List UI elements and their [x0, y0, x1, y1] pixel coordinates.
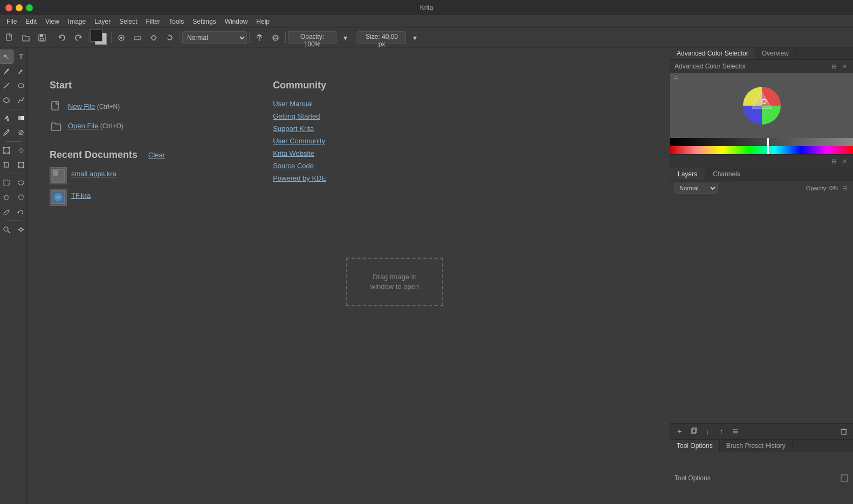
slider-thumb[interactable]	[767, 138, 769, 154]
zoom-tool[interactable]	[0, 223, 13, 237]
menu-tools[interactable]: Tools	[164, 17, 188, 26]
new-file-link[interactable]: New File (Ctrl+N)	[68, 102, 120, 111]
support-krita-link[interactable]: Support Krita	[273, 125, 326, 133]
pan-tool[interactable]	[14, 223, 28, 237]
smart-patch-tool[interactable]	[14, 126, 28, 140]
delete-layer-button[interactable]	[838, 425, 850, 437]
tool-options-tab[interactable]: Tool Options	[670, 440, 720, 452]
krita-website-link[interactable]: Krita Website	[273, 149, 326, 157]
menu-select[interactable]: Select	[115, 17, 141, 26]
close-button[interactable]	[5, 4, 12, 11]
move-tool[interactable]	[14, 143, 28, 157]
tool-options-content: Tool Options	[670, 452, 853, 504]
user-manual-link[interactable]: User Manual	[273, 100, 326, 108]
clear-recent-button[interactable]: Clear	[148, 151, 165, 159]
recent-file-link-0[interactable]: small apps.kra	[71, 170, 116, 178]
wrap-button[interactable]	[268, 30, 283, 45]
eraser-button[interactable]	[130, 30, 145, 45]
list-item: TF.kra	[50, 189, 165, 206]
color-picker-tool[interactable]	[0, 126, 13, 140]
opacity-stepper-down[interactable]: ▾	[338, 30, 353, 45]
open-document-button[interactable]	[18, 30, 33, 45]
foreground-color-swatch[interactable]	[91, 30, 102, 42]
new-document-button[interactable]	[2, 30, 17, 45]
gradient-tool[interactable]	[14, 111, 28, 125]
calligraphy-tool[interactable]	[14, 64, 28, 78]
tool-options-label: Tool Options	[675, 474, 711, 482]
layer-properties-button[interactable]	[730, 425, 741, 437]
drag-image-zone[interactable]: Drag Image inwindow to open	[346, 258, 443, 306]
move-layer-up-button[interactable]: ↓	[701, 425, 713, 437]
save-document-button[interactable]	[35, 30, 50, 45]
brush-reset-button[interactable]	[146, 30, 161, 45]
menu-view[interactable]: View	[41, 17, 64, 26]
layer-filter-icon[interactable]: ⊟	[840, 184, 849, 192]
menu-edit[interactable]: Edit	[21, 17, 41, 26]
undo-button[interactable]	[54, 30, 70, 45]
recent-file-link-1[interactable]: TF.kra	[71, 191, 91, 199]
transform-tool[interactable]	[0, 143, 13, 157]
advanced-color-selector-tab[interactable]: Advanced Color Selector	[670, 47, 755, 59]
overview-tab[interactable]: Overview	[755, 47, 796, 59]
contiguous-select-tool[interactable]	[14, 190, 28, 204]
panel-close-icon[interactable]: ✕	[840, 62, 849, 71]
menu-image[interactable]: Image	[64, 17, 90, 26]
brush-preset-history-tab[interactable]: Brush Preset History	[720, 440, 793, 452]
move-layer-down-button[interactable]: ↑	[716, 425, 727, 437]
layers-float-icon[interactable]: ⊞	[829, 157, 838, 165]
layers-close-icon[interactable]: ✕	[840, 157, 849, 165]
polygon-tool[interactable]	[0, 93, 13, 107]
tool-options-settings-icon[interactable]	[840, 474, 849, 482]
menu-layer[interactable]: Layer	[90, 17, 115, 26]
layers-resize-handle: · · · · ·	[670, 415, 853, 423]
open-file-shortcut: (Ctrl+O)	[100, 122, 123, 130]
line-tool[interactable]	[0, 79, 13, 93]
window-controls[interactable]	[5, 4, 33, 11]
layers-footer: + ↓ ↑	[670, 423, 853, 439]
menu-window[interactable]: Window	[221, 17, 252, 26]
fill-tool[interactable]	[0, 111, 13, 125]
minimize-button[interactable]	[16, 4, 23, 11]
community-title: Community	[273, 80, 326, 91]
mirror-horizontal-button[interactable]	[252, 30, 267, 45]
menu-help[interactable]: Help	[252, 17, 274, 26]
user-community-link[interactable]: User Community	[273, 137, 326, 145]
polyline-tool[interactable]	[14, 93, 28, 107]
menu-settings[interactable]: Settings	[188, 17, 220, 26]
menu-filter[interactable]: Filter	[142, 17, 165, 26]
layers-tab[interactable]: Layers	[670, 168, 705, 180]
source-code-link[interactable]: Source Code	[273, 162, 326, 170]
size-display: Size: 40,00 px	[357, 31, 406, 44]
select-tool[interactable]: ↖	[0, 50, 13, 64]
size-stepper-down[interactable]: ▾	[407, 30, 422, 45]
elliptical-select-tool[interactable]	[14, 176, 28, 190]
duplicate-layer-button[interactable]	[687, 425, 699, 437]
layer-blend-mode-select[interactable]: Normal	[675, 183, 718, 194]
magnetic-select-tool[interactable]	[14, 205, 28, 219]
crop-tool[interactable]	[0, 158, 13, 172]
redo-button[interactable]	[71, 30, 86, 45]
color-sliders[interactable]	[670, 138, 853, 154]
freehand-brush-tool[interactable]	[0, 64, 13, 78]
powered-by-kde-link[interactable]: Powered by KDE	[273, 174, 326, 182]
panel-float-icon[interactable]: ⊞	[829, 62, 838, 71]
blend-mode-select[interactable]: Normal Multiply Screen Overlay	[182, 31, 247, 44]
menu-file[interactable]: File	[2, 17, 21, 26]
bezier-select-tool[interactable]	[0, 205, 13, 219]
open-file-link[interactable]: Open File (Ctrl+O)	[68, 122, 123, 130]
getting-started-link[interactable]: Getting Started	[273, 112, 326, 120]
channels-tab[interactable]: Channels	[705, 168, 748, 180]
lightness-slider[interactable]	[670, 138, 853, 146]
color-hue-slider[interactable]	[670, 146, 853, 154]
drag-image-text: Drag Image inwindow to open	[370, 272, 419, 292]
add-layer-button[interactable]: +	[673, 425, 685, 437]
maximize-button[interactable]	[26, 4, 33, 11]
text-tool[interactable]: T	[14, 50, 28, 64]
color-wheel[interactable]	[740, 84, 783, 127]
refresh-button[interactable]	[162, 30, 177, 45]
brush-preset-button[interactable]	[114, 30, 129, 45]
freehand-select-tool[interactable]	[0, 190, 13, 204]
warp-tool[interactable]	[14, 158, 28, 172]
rectangular-select-tool[interactable]	[0, 176, 13, 190]
ellipse-tool[interactable]	[14, 79, 28, 93]
